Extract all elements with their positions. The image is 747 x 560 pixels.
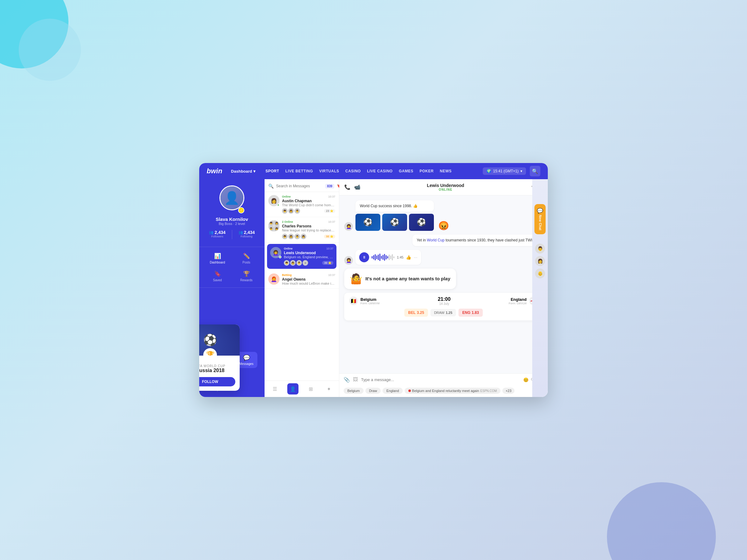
profile-role: Big Boss · 2 level — [219, 222, 245, 225]
conv4-name: Angel Owens — [282, 277, 335, 282]
world-cup-card: ⚽ 🏆 FIFA WORLD CUP Russia 2018 FOLLOW — [199, 324, 240, 391]
right-avatars: 👨 👩 👴 — [535, 244, 545, 278]
sidebar-item-rewards[interactable]: 🏆 Rewards — [236, 270, 257, 282]
match-card: 🇧🇪 Belgium Form: LWWVW 21:00 14 July 🏴󠁧� — [344, 293, 543, 320]
msg-tab-layers[interactable]: ⊞ — [305, 383, 316, 395]
msg-tab-settings[interactable]: ✦ — [323, 383, 334, 395]
right-avatar-2: 👩 — [535, 256, 545, 266]
conv2-time: 10:37 — [328, 220, 335, 223]
nav-poker[interactable]: POKER — [419, 169, 434, 173]
nav-casino[interactable]: CASINO — [345, 169, 361, 173]
conversation-3-active[interactable]: 👩‍🦱 Online 10:37 Lewis Underwood Belgium… — [267, 244, 336, 269]
chat-input-area: 📎 🖼 😊 GIF ⏱ Belgium Draw England — [339, 373, 548, 397]
messages-header: 🔍 839 🔖 — [264, 179, 339, 192]
tag-draw[interactable]: Draw — [365, 388, 381, 394]
emoji-react-angry: 😡 — [438, 220, 449, 231]
saved-icon: 🔖 — [214, 270, 221, 277]
nav-links: SPORT LIVE BETTING VIRTUALS CASINO LIVE … — [265, 169, 475, 173]
tag-england[interactable]: England — [383, 388, 403, 394]
conv1-count-badge: 23 ⭐ — [324, 209, 335, 213]
nav-search-button[interactable]: 🔍 — [530, 166, 540, 177]
msg-tab-profile[interactable]: 👤 — [287, 383, 299, 395]
conv4-top-row: Betting 10:37 — [282, 273, 335, 276]
chat-header: 📞 📹 Lewis Underwood ONLINE ⤡ ⋮ — [339, 179, 548, 195]
logo: bwin — [207, 167, 222, 175]
wc-title: Russia 2018 — [199, 368, 235, 373]
msg-tab-list[interactable]: ☰ — [269, 383, 280, 395]
image-icon[interactable]: 🖼 — [353, 377, 358, 383]
participant-mini-3: 👨 — [294, 208, 300, 214]
belgium-odds-button[interactable]: BEL 3.25 — [404, 309, 428, 317]
tag-belgium[interactable]: Belgium — [344, 388, 364, 394]
emoji-icon[interactable]: 😊 — [523, 377, 529, 382]
conv3-bottom-row: 👦 👩 👨 + 39 ⭐ — [284, 260, 333, 266]
conv2-mini-3: 👨 — [268, 226, 274, 232]
right-avatar-3: 👴 — [535, 268, 545, 278]
audio-waveform — [371, 253, 394, 262]
tag-espn-source[interactable]: Belgium and England reluctantly meet aga… — [405, 388, 501, 394]
conv3-participant-avatars: 👦 👩 👨 + — [284, 260, 308, 266]
nav-news[interactable]: NEWS — [440, 169, 452, 173]
phone-icon[interactable]: 📞 — [344, 184, 351, 190]
dashboard-icon: 📊 — [214, 252, 221, 260]
attachment-icon[interactable]: 📎 — [344, 377, 350, 383]
input-actions-left: 📎 🖼 — [344, 377, 358, 383]
chat-message-1: 👩‍🦱 World Cup success since 1998. 👍 ⚽ ⚽ … — [344, 201, 543, 231]
sidebar-item-saved[interactable]: 🔖 Saved — [207, 270, 229, 282]
messages-panel: 🔍 839 🔖 👩 Online 10:37 — [264, 179, 339, 397]
draw-odds-button[interactable]: DRAW 1.25 — [431, 309, 456, 316]
conv3-top-row: Online 10:37 — [284, 247, 333, 250]
conv3-count-badge: 39 ⭐ — [322, 261, 333, 265]
conv4-time: 10:37 — [328, 273, 335, 276]
world-cup-link[interactable]: World Cup — [427, 238, 444, 242]
profile-avatar: 👤 — [220, 185, 244, 210]
more-icon[interactable]: ··· — [414, 255, 417, 260]
soccer-img-3[interactable]: ⚽ — [409, 214, 434, 231]
chat-message-input[interactable] — [361, 377, 520, 382]
nav-virtuals[interactable]: VIRTUALS — [319, 169, 339, 173]
messages-search-input[interactable] — [276, 184, 323, 188]
nav-live-casino[interactable]: LIVE CASINO — [367, 169, 392, 173]
sidebar-item-posts[interactable]: ✏️ Posts — [236, 252, 257, 264]
espn-dot — [408, 390, 411, 392]
messages-list: 👩 Online 10:37 Austin Chapman The World … — [264, 192, 339, 380]
stat-divider — [232, 230, 232, 239]
nav-games[interactable]: GAMES — [399, 169, 413, 173]
big-bubble-text: It's not a game any team wants to play — [365, 276, 450, 281]
video-icon[interactable]: 📹 — [354, 184, 360, 190]
conversation-1[interactable]: 👩 Online 10:37 Austin Chapman The World … — [264, 192, 339, 217]
conv3-online-dot — [279, 256, 281, 258]
messages-count-badge: 839 — [325, 184, 334, 189]
conv2-mini-1: 👦 — [268, 220, 274, 226]
conversation-2[interactable]: 👦 👩 👨 👧 2 Online 10:37 Charles Parsons N… — [264, 217, 339, 243]
conv1-top-row: Online 10:37 — [282, 195, 335, 198]
posts-icon: ✏️ — [243, 252, 250, 260]
wc-image: ⚽ 🏆 — [199, 324, 240, 355]
audio-play-button[interactable]: ⏸ — [359, 252, 369, 262]
wc-follow-button[interactable]: FOLLOW — [199, 377, 235, 386]
p2-mini-1: 👦 — [282, 234, 288, 239]
chat-messages: 👩‍🦱 World Cup success since 1998. 👍 ⚽ ⚽ … — [339, 195, 548, 373]
like-icon[interactable]: 👍 — [406, 255, 411, 260]
england-odds-button[interactable]: ENG 1.83 — [459, 309, 483, 317]
p3-mini-1: 👦 — [284, 260, 289, 266]
match-odds: BEL 3.25 DRAW 1.25 ENG 1.83 — [349, 309, 538, 317]
sidebar-nav-row-1: 📊 Dashboard ✏️ Posts — [203, 249, 261, 267]
nav-dashboard-link[interactable]: Dashboard ▾ — [231, 169, 256, 174]
conv3-avatar-wrapper: 👩‍🦱 — [270, 247, 281, 258]
soccer-img-1[interactable]: ⚽ — [356, 214, 380, 231]
conversation-4[interactable]: 👩‍🦰 Betting 10:37 Angel Owens How much w… — [264, 270, 339, 289]
nav-live-betting[interactable]: LIVE BETTING — [285, 169, 313, 173]
following-stat: 👥 2,434 Following — [238, 230, 255, 239]
nav-sport[interactable]: SPORT — [265, 169, 279, 173]
sidebar-item-dashboard[interactable]: 📊 Dashboard — [207, 252, 229, 264]
p2-mini-3: 👨 — [294, 234, 300, 239]
chat-contact-status: ONLINE — [364, 188, 527, 191]
top-nav: bwin Dashboard ▾ SPORT LIVE BETTING VIRT… — [199, 163, 548, 179]
p2-mini-2: 👩 — [288, 234, 294, 239]
p3-mini-2: 👩 — [290, 260, 296, 266]
new-chat-button[interactable]: 💬 New Chat — [535, 204, 546, 234]
wc-trophy-badge: 🏆 — [203, 348, 217, 355]
soccer-img-2[interactable]: ⚽ — [382, 214, 407, 231]
tag-more[interactable]: +23 — [503, 388, 515, 394]
